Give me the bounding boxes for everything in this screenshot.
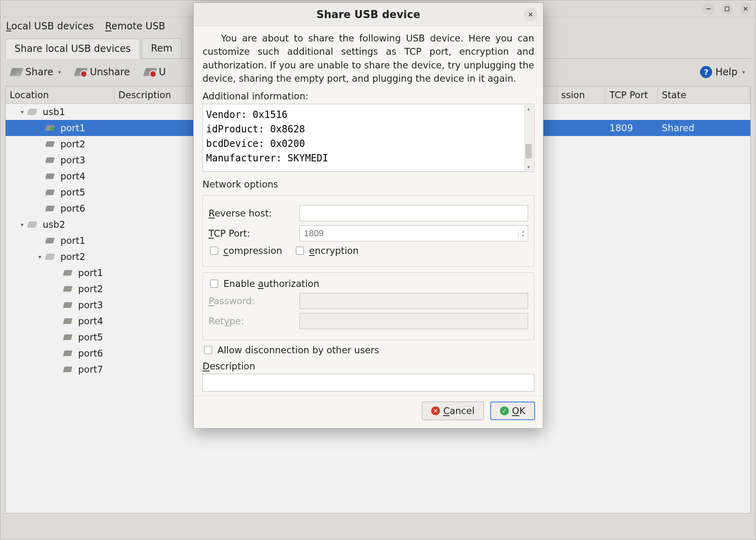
tree-label: port1 [78,268,103,278]
col-tcp[interactable]: TCP Port [605,87,658,103]
scrollbar[interactable] [525,105,533,170]
tcp-port-field[interactable] [300,226,518,241]
enable-auth-label: Enable authorization [223,278,319,289]
cancel-icon: ✕ [431,406,440,415]
usb-port-icon [45,157,55,163]
dialog-title: Share USB device [316,8,420,21]
usb-port-icon [63,334,72,340]
usb-hub-icon [27,109,37,115]
dialog-intro-text: You are about to share the following USB… [202,32,534,85]
tree-label: port4 [78,316,103,326]
share-usb-dialog: Share USB device You are about to share … [193,2,543,429]
tree-label: port6 [60,203,85,214]
help-button[interactable]: ? Help ▾ [697,64,748,80]
tree-label: usb1 [43,107,65,117]
allow-disconnect-label: Allow disconnection by other users [217,345,379,355]
col-description[interactable]: Description [114,87,187,103]
dialog-title-bar: Share USB device [194,3,543,26]
usb-port-icon [63,302,72,308]
menu-local[interactable]: Local USB devices [6,21,94,32]
unshare-all-label: U [159,66,166,78]
compression-input[interactable] [210,247,218,255]
usb-unshare-all-icon [143,68,157,76]
compression-checkbox[interactable]: compression [209,245,282,256]
chevron-down-icon: ▾ [58,69,61,75]
ok-button[interactable]: ✓ OK [490,402,535,420]
tcp-port-label: TCP Port: [209,228,293,239]
tree-label: port3 [60,155,85,165]
authorization-group: Enable authorization Password: Retype: [202,272,534,340]
ok-icon: ✓ [500,406,509,415]
tab-remote[interactable]: Rem [142,38,182,58]
usb-port-icon [45,206,55,211]
tree-label: port2 [78,284,103,294]
expander-icon[interactable]: ▾ [19,109,26,115]
tree-label: port5 [78,332,103,342]
usb-port-icon [45,125,55,131]
dialog-button-bar: ✕ Cancel ✓ OK [194,396,543,428]
cancel-button[interactable]: ✕ Cancel [422,402,484,420]
tree-label: usb2 [43,219,65,230]
col-state[interactable]: State [658,87,750,103]
help-button-label: Help [715,66,737,78]
unshare-button-label: Unshare [90,66,130,78]
additional-info-text[interactable]: Vendor: 0x1516 idProduct: 0x8628 bcdDevi… [205,107,531,167]
scrollbar-thumb[interactable] [526,144,531,158]
share-button[interactable]: Share ▾ [8,65,64,79]
tree-label: port1 [60,235,85,246]
window-maximize-button[interactable] [721,3,733,15]
password-label: Password: [209,296,293,306]
compression-label: compression [223,245,282,256]
tree-label: port6 [78,348,103,359]
tree-state: Shared [658,123,750,133]
description-label: Description [202,361,534,371]
share-button-label: Share [25,66,53,78]
menu-remote[interactable]: Remote USB [105,21,165,32]
cancel-button-label: Cancel [443,406,475,416]
usb-port-icon [45,190,55,195]
encryption-checkbox[interactable]: encryption [294,245,359,256]
window-minimize-button[interactable] [702,3,715,15]
tree-label: port7 [78,364,103,375]
tree-label: port4 [60,171,85,181]
reverse-host-input[interactable] [300,205,528,221]
dialog-close-button[interactable] [524,8,537,21]
usb-port-icon [63,286,72,292]
allow-disconnect-checkbox[interactable]: Allow disconnection by other users [202,345,534,355]
description-input[interactable] [202,374,534,392]
spin-up-icon[interactable]: ▴ [518,229,528,233]
usb-port-icon [63,350,72,356]
unshare-button[interactable]: Unshare [72,65,133,79]
encryption-label: encryption [309,245,359,256]
tree-label: port5 [60,187,85,198]
usb-hub-icon [45,254,55,260]
encryption-input[interactable] [296,247,304,255]
retype-input [300,313,528,329]
usb-unshare-icon [74,68,88,76]
usb-port-icon [45,141,55,147]
col-session[interactable]: ssion [557,87,605,103]
enable-auth-input[interactable] [210,280,218,288]
expander-icon[interactable]: ▾ [36,254,43,260]
chevron-down-icon: ▾ [742,69,745,75]
window-close-button[interactable] [739,3,752,15]
network-options-label: Network options [202,179,534,190]
unshare-all-button[interactable]: U [141,65,169,79]
tree-label: port2 [60,139,85,149]
expander-icon[interactable]: ▾ [19,221,26,228]
col-location[interactable]: Location [6,87,114,103]
spin-down-icon[interactable]: ▾ [518,233,528,238]
tcp-port-input[interactable]: ▴▾ [300,225,528,241]
enable-auth-checkbox[interactable]: Enable authorization [209,278,528,289]
usb-port-icon [63,270,72,276]
help-icon: ? [700,66,712,78]
svg-rect-1 [725,7,729,11]
usb-port-icon [45,238,55,243]
usb-port-icon [63,367,72,372]
tree-tcp: 1809 [605,123,658,133]
tab-share-local[interactable]: Share local USB devices [5,39,140,59]
password-input [300,293,528,309]
reverse-host-label: Reverse host: [209,208,293,218]
additional-info-box: Vendor: 0x1516 idProduct: 0x8628 bcdDevi… [202,104,534,172]
allow-disconnect-input[interactable] [204,346,212,354]
